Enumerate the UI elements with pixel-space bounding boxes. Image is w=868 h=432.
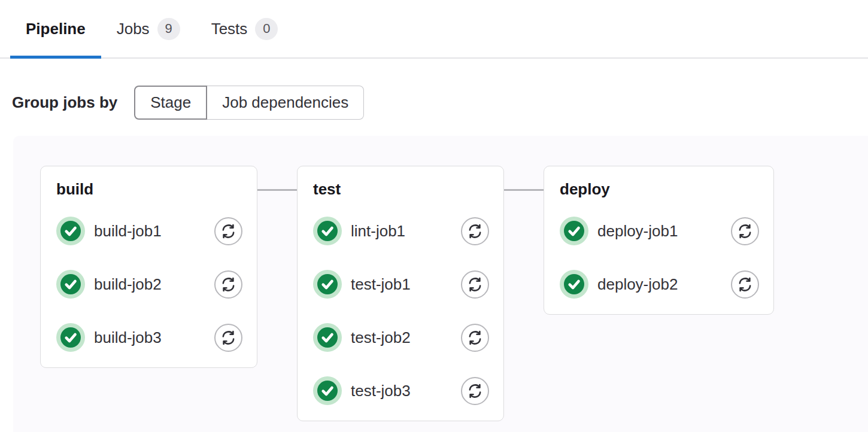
job-row: test-job3 bbox=[313, 376, 489, 405]
status-success-icon bbox=[560, 270, 588, 299]
stage-jobs-list: deploy-job1 deploy-job2 bbox=[560, 217, 759, 299]
retry-job-button[interactable] bbox=[461, 377, 489, 405]
retry-icon bbox=[737, 276, 753, 293]
job-link[interactable]: lint-job1 bbox=[313, 217, 405, 245]
job-name-label: deploy-job2 bbox=[597, 275, 678, 294]
retry-job-button[interactable] bbox=[461, 217, 489, 245]
pipeline-graph-panel: build build-job1 bbox=[13, 136, 868, 432]
stage-name: test bbox=[313, 178, 489, 200]
job-name-label: lint-job1 bbox=[351, 222, 405, 241]
job-row: build-job3 bbox=[56, 323, 242, 352]
retry-icon bbox=[467, 276, 483, 293]
group-jobs-by-toggle: Stage Job dependencies bbox=[134, 86, 364, 120]
stage-card: test lint-job1 bbox=[297, 166, 504, 421]
job-link[interactable]: deploy-job2 bbox=[560, 270, 678, 299]
group-by-job-dependencies-button[interactable]: Job dependencies bbox=[207, 86, 364, 120]
job-row: build-job2 bbox=[56, 270, 242, 299]
job-name-label: test-job1 bbox=[351, 275, 411, 294]
retry-job-button[interactable] bbox=[214, 217, 242, 245]
retry-job-button[interactable] bbox=[214, 324, 242, 352]
retry-job-button[interactable] bbox=[731, 270, 759, 299]
retry-job-button[interactable] bbox=[214, 270, 242, 299]
job-row: deploy-job1 bbox=[560, 217, 759, 245]
stage-name: build bbox=[56, 178, 242, 200]
pipeline-stage-column-build: build build-job1 bbox=[40, 166, 257, 368]
job-row: test-job1 bbox=[313, 270, 489, 299]
retry-job-button[interactable] bbox=[461, 324, 489, 352]
retry-icon bbox=[220, 276, 236, 293]
tab-tests[interactable]: Tests 0 bbox=[196, 0, 294, 57]
job-link[interactable]: build-job3 bbox=[56, 323, 162, 352]
job-link[interactable]: deploy-job1 bbox=[560, 217, 678, 245]
stage-jobs-list: build-job1 build-job2 bbox=[56, 217, 242, 352]
retry-icon bbox=[220, 223, 236, 239]
tab-pipeline[interactable]: Pipeline bbox=[10, 0, 101, 57]
status-success-icon bbox=[56, 270, 85, 299]
retry-icon bbox=[737, 223, 753, 239]
tab-tests-label: Tests bbox=[211, 20, 248, 38]
job-link[interactable]: build-job2 bbox=[56, 270, 162, 299]
stage-name: deploy bbox=[560, 178, 759, 200]
job-link[interactable]: test-job1 bbox=[313, 270, 411, 299]
status-success-icon bbox=[313, 323, 342, 352]
tests-count-badge: 0 bbox=[255, 18, 278, 40]
stage-card: build build-job1 bbox=[40, 166, 257, 368]
status-success-icon bbox=[560, 217, 588, 245]
tab-jobs[interactable]: Jobs 9 bbox=[101, 0, 196, 57]
retry-icon bbox=[467, 330, 483, 346]
job-name-label: test-job2 bbox=[351, 328, 411, 347]
pipeline-stage-column-test: test lint-job1 bbox=[297, 166, 504, 421]
job-name-label: build-job2 bbox=[94, 275, 162, 294]
job-name-label: build-job3 bbox=[94, 328, 162, 347]
job-link[interactable]: test-job3 bbox=[313, 376, 411, 405]
retry-icon bbox=[220, 330, 236, 346]
pipeline-stages: build build-job1 bbox=[40, 166, 868, 421]
job-name-label: build-job1 bbox=[94, 222, 162, 241]
group-by-stage-button[interactable]: Stage bbox=[134, 86, 207, 120]
tab-jobs-label: Jobs bbox=[117, 20, 150, 38]
status-success-icon bbox=[313, 217, 342, 245]
job-link[interactable]: test-job2 bbox=[313, 323, 411, 352]
job-name-label: test-job3 bbox=[351, 382, 411, 400]
retry-job-button[interactable] bbox=[731, 217, 759, 245]
stage-card: deploy deploy-job1 bbox=[544, 166, 774, 315]
job-row: test-job2 bbox=[313, 323, 489, 352]
job-name-label: deploy-job1 bbox=[597, 222, 678, 241]
group-jobs-by-label: Group jobs by bbox=[12, 93, 117, 112]
status-success-icon bbox=[313, 376, 342, 405]
status-success-icon bbox=[313, 270, 342, 299]
job-link[interactable]: build-job1 bbox=[56, 217, 162, 245]
retry-icon bbox=[467, 383, 483, 399]
jobs-count-badge: 9 bbox=[157, 18, 180, 40]
status-success-icon bbox=[56, 217, 85, 245]
job-row: lint-job1 bbox=[313, 217, 489, 245]
group-jobs-by-row: Group jobs by Stage Job dependencies bbox=[12, 86, 868, 120]
pipeline-stage-column-deploy: deploy deploy-job1 bbox=[544, 166, 774, 315]
job-row: deploy-job2 bbox=[560, 270, 759, 299]
retry-job-button[interactable] bbox=[461, 270, 489, 299]
job-row: build-job1 bbox=[56, 217, 242, 245]
retry-icon bbox=[467, 223, 483, 239]
tab-pipeline-label: Pipeline bbox=[26, 20, 86, 38]
pipeline-tabs: Pipeline Jobs 9 Tests 0 bbox=[0, 0, 868, 59]
status-success-icon bbox=[56, 323, 85, 352]
stage-jobs-list: lint-job1 test-job1 bbox=[313, 217, 489, 405]
